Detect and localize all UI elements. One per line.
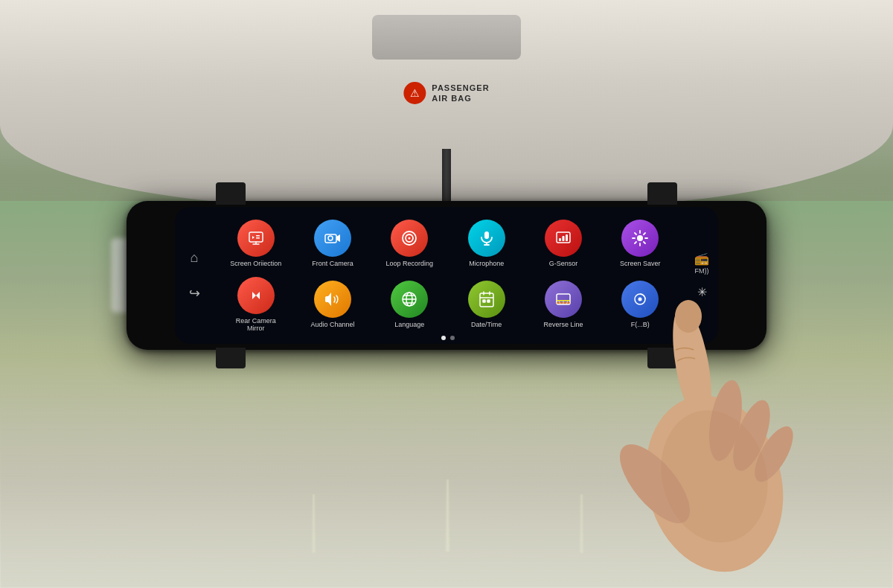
airbag-area: ⚠ PASSENGER AIR BAG xyxy=(403,82,489,104)
app-label-front-camera: Front Camera xyxy=(312,260,353,268)
svg-rect-0 xyxy=(249,232,263,242)
svg-marker-17 xyxy=(256,292,260,299)
app-label-screen-oriiection: Screen Oriiection xyxy=(230,260,281,268)
app-icon-loop-recording xyxy=(391,220,428,257)
mirror-screen: ⌂ ↩ xyxy=(175,207,718,344)
mount-clip-bottom-right xyxy=(647,348,677,368)
brightness-button[interactable]: ✳ xyxy=(697,285,707,299)
mirror-device: ⌂ ↩ xyxy=(127,201,766,350)
app-label-rear-camera: Rear Camera Mirror xyxy=(230,317,282,333)
app-microphone[interactable]: Microphone xyxy=(450,216,522,272)
fm-label: FM)) xyxy=(695,267,709,275)
app-icon-g-sensor xyxy=(545,220,582,257)
app-label-g-sensor: G-Sensor xyxy=(549,260,578,268)
apps-grid: Screen Oriiection Front Camera xyxy=(217,216,679,333)
airbag-label: PASSENGER AIR BAG xyxy=(432,83,489,104)
background-scene: ⚠ PASSENGER AIR BAG xyxy=(0,0,893,588)
svg-rect-14 xyxy=(566,234,568,241)
mirror-arm xyxy=(442,149,451,208)
dot-1[interactable] xyxy=(441,336,446,340)
app-label-screen-saver: Screen Saver xyxy=(620,260,661,268)
app-label-reverse-line: Reverse Line xyxy=(543,321,583,329)
app-g-sensor[interactable]: G-Sensor xyxy=(527,216,599,272)
app-datetime[interactable]: Date/Time xyxy=(450,277,522,333)
screen-content: Screen Oriiection Front Camera xyxy=(214,207,685,344)
app-icon-fm xyxy=(621,281,659,318)
svg-point-4 xyxy=(328,236,333,240)
svg-marker-16 xyxy=(252,292,256,299)
fm-icon: 📻 xyxy=(694,252,709,266)
airbag-icon: ⚠ xyxy=(403,82,426,104)
svg-rect-12 xyxy=(559,238,561,241)
svg-point-7 xyxy=(409,237,411,240)
app-audio-channel[interactable]: Audio Channel xyxy=(296,277,368,333)
svg-rect-8 xyxy=(484,231,489,239)
app-loop-recording[interactable]: Loop Recording xyxy=(374,216,446,272)
back-icon: ↩ xyxy=(189,285,200,301)
fm-button[interactable]: 📻 FM)) xyxy=(694,252,709,275)
app-icon-screen-oriiection xyxy=(237,220,275,257)
app-icon-microphone xyxy=(468,220,505,257)
app-icon-front-camera xyxy=(314,220,351,257)
app-icon-rear-camera xyxy=(237,277,275,314)
home-icon: ⌂ xyxy=(191,250,199,266)
app-icon-reverse-line xyxy=(545,281,582,318)
app-label-datetime: Date/Time xyxy=(471,321,502,329)
app-label-fm: F(...B) xyxy=(631,321,650,329)
svg-rect-27 xyxy=(483,300,485,302)
page-indicators xyxy=(217,333,679,343)
svg-point-15 xyxy=(637,235,643,241)
svg-rect-1 xyxy=(256,235,260,237)
app-label-loop-recording: Loop Recording xyxy=(386,260,434,268)
back-button[interactable]: ↩ xyxy=(181,280,208,307)
app-icon-screen-saver xyxy=(621,220,659,257)
app-label-language: Language xyxy=(394,321,424,329)
home-button[interactable]: ⌂ xyxy=(181,244,208,271)
app-screen-saver[interactable]: Screen Saver xyxy=(604,216,676,272)
left-sidebar: ⌂ ↩ xyxy=(175,207,214,344)
app-icon-datetime xyxy=(468,281,505,318)
app-rear-camera[interactable]: Rear Camera Mirror xyxy=(220,277,292,333)
svg-rect-28 xyxy=(487,300,490,302)
right-sidebar: 📻 FM)) ✳ xyxy=(685,207,718,344)
app-icon-language xyxy=(391,281,428,318)
mount-clip-top-right xyxy=(647,182,677,205)
app-label-microphone: Microphone xyxy=(469,260,504,268)
app-reverse-line[interactable]: Reverse Line xyxy=(527,277,599,333)
dot-2[interactable] xyxy=(450,336,455,340)
app-icon-audio-channel xyxy=(314,281,351,318)
app-fm[interactable]: F(...B) xyxy=(604,277,676,333)
app-label-audio-channel: Audio Channel xyxy=(310,321,354,329)
app-screen-oriiection[interactable]: Screen Oriiection xyxy=(220,216,292,272)
svg-point-36 xyxy=(638,297,642,301)
mount-clip-bottom-left xyxy=(216,348,246,368)
app-language[interactable]: Language xyxy=(374,277,446,333)
brightness-icon: ✳ xyxy=(697,285,707,299)
svg-rect-2 xyxy=(256,237,260,239)
app-front-camera[interactable]: Front Camera xyxy=(296,216,368,272)
mount-clip-top-left xyxy=(216,182,246,205)
svg-rect-23 xyxy=(480,293,493,307)
svg-rect-13 xyxy=(562,236,564,241)
